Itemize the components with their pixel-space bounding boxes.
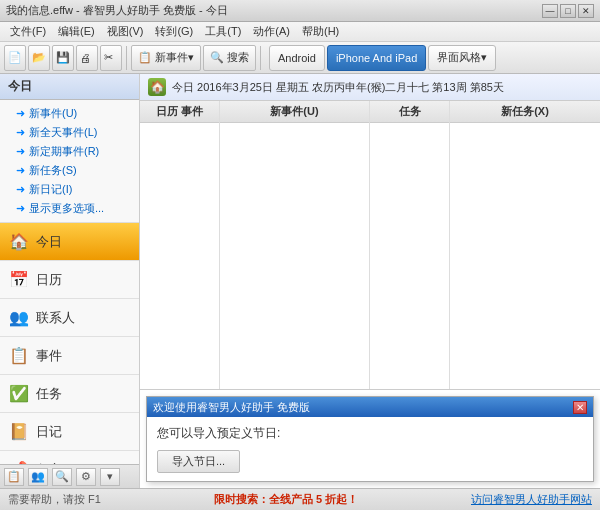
sidebar-header: 今日 bbox=[0, 74, 139, 100]
main-area: 今日 ➜ 新事件(U) ➜ 新全天事件(L) ➜ 新定期事件(R) ➜ 新任务(… bbox=[0, 74, 600, 488]
print-icon: 🖨 bbox=[80, 52, 91, 64]
arrow-icon-2: ➜ bbox=[16, 126, 25, 139]
arrow-icon-1: ➜ bbox=[16, 107, 25, 120]
dialog-title: 欢迎使用睿智男人好助手 免费版 bbox=[153, 400, 310, 415]
calendar-grid: 日历 事件 新事件(U) 任务 新任务(X) bbox=[140, 101, 600, 390]
sidebar: 今日 ➜ 新事件(U) ➜ 新全天事件(L) ➜ 新定期事件(R) ➜ 新任务(… bbox=[0, 74, 140, 488]
quick-more[interactable]: ➜ 显示更多选项... bbox=[0, 199, 139, 218]
website-link[interactable]: 访问睿智男人好助手网站 bbox=[471, 492, 592, 507]
arrow-icon-6: ➜ bbox=[16, 202, 25, 215]
menu-bar: 文件(F) 编辑(E) 视图(V) 转到(G) 工具(T) 动作(A) 帮助(H… bbox=[0, 22, 600, 42]
calendar-icon: 📅 bbox=[8, 269, 30, 291]
cal-body-diary bbox=[140, 123, 219, 283]
menu-goto[interactable]: 转到(G) bbox=[149, 22, 199, 41]
menu-edit[interactable]: 编辑(E) bbox=[52, 22, 101, 41]
toolbar: 📄 📂 💾 🖨 ✂ 📋 新事件▾ 🔍 搜索 Android iPhone And… bbox=[0, 42, 600, 74]
quick-new-task[interactable]: ➜ 新任务(S) bbox=[0, 161, 139, 180]
tool-copy-button[interactable]: 📋 bbox=[4, 468, 24, 486]
help-text: 需要帮助，请按 F1 bbox=[8, 492, 101, 507]
tab-iphone-ipad[interactable]: iPhone And iPad bbox=[327, 45, 426, 71]
promo-text: 限时搜索：全线产品 5 折起！ bbox=[214, 492, 358, 507]
content-header: 🏠 今日 2016年3月25日 星期五 农历丙申年(猴)二月十七 第13周 第8… bbox=[140, 74, 600, 101]
dialog-text: 您可以导入预定义节日: bbox=[157, 425, 583, 442]
tool-settings-button[interactable]: ⚙ bbox=[76, 468, 96, 486]
cal-body-tasks bbox=[370, 123, 449, 283]
device-tabs: Android iPhone And iPad 界面风格▾ bbox=[269, 45, 496, 71]
cal-body-events bbox=[220, 123, 369, 283]
new-event-button[interactable]: 📋 新事件▾ bbox=[131, 45, 201, 71]
sidebar-item-calendar[interactable]: 📅 日历 bbox=[0, 261, 139, 299]
sidebar-nav: 🏠 今日 📅 日历 👥 联系人 📋 事件 ✅ 任务 📔 日记 bbox=[0, 223, 139, 464]
quick-new-diary[interactable]: ➜ 新日记(I) bbox=[0, 180, 139, 199]
new-icon: 📄 bbox=[8, 51, 22, 64]
sidebar-tools: 📋 👥 🔍 ⚙ ▾ bbox=[0, 464, 139, 488]
import-holiday-button[interactable]: 导入节日... bbox=[157, 450, 240, 473]
dialog-body: 您可以导入预定义节日: 导入节日... bbox=[147, 417, 593, 481]
search-button[interactable]: 🔍 搜索 bbox=[203, 45, 256, 71]
cal-section-new-task: 新任务(X) bbox=[450, 101, 600, 389]
menu-action[interactable]: 动作(A) bbox=[247, 22, 296, 41]
cal-section-tasks: 任务 bbox=[370, 101, 450, 389]
cal-body-new-tasks bbox=[450, 123, 600, 283]
cal-section-new-event: 新事件(U) bbox=[220, 101, 370, 389]
cal-header-new-event[interactable]: 新事件(U) bbox=[220, 101, 369, 123]
quick-new-event[interactable]: ➜ 新事件(U) bbox=[0, 104, 139, 123]
title-bar: 我的信息.effw - 睿智男人好助手 免费版 - 今日 — □ ✕ bbox=[0, 0, 600, 22]
cal-header-diary: 日历 事件 bbox=[140, 101, 219, 123]
dialog-close-button[interactable]: ✕ bbox=[573, 401, 587, 414]
window-controls: — □ ✕ bbox=[542, 4, 594, 18]
today-icon: 🏠 bbox=[8, 231, 30, 253]
menu-help[interactable]: 帮助(H) bbox=[296, 22, 345, 41]
save-icon: 💾 bbox=[56, 51, 70, 64]
toolbar-icon-btn-3[interactable]: 💾 bbox=[52, 45, 74, 71]
toolbar-sep-2 bbox=[260, 46, 261, 70]
sidebar-item-tasks[interactable]: ✅ 任务 bbox=[0, 375, 139, 413]
tool-arrow-button[interactable]: ▾ bbox=[100, 468, 120, 486]
diary-icon: 📔 bbox=[8, 421, 30, 443]
contacts-icon: 👥 bbox=[8, 307, 30, 329]
dialog-title-bar: 欢迎使用睿智男人好助手 免费版 ✕ bbox=[147, 397, 593, 417]
sidebar-quick-items: ➜ 新事件(U) ➜ 新全天事件(L) ➜ 新定期事件(R) ➜ 新任务(S) … bbox=[0, 100, 139, 223]
menu-file[interactable]: 文件(F) bbox=[4, 22, 52, 41]
date-header: 今日 2016年3月25日 星期五 农历丙申年(猴)二月十七 第13周 第85天 bbox=[172, 80, 504, 95]
window-title: 我的信息.effw - 睿智男人好助手 免费版 - 今日 bbox=[6, 3, 228, 18]
quick-new-recurring[interactable]: ➜ 新定期事件(R) bbox=[0, 142, 139, 161]
arrow-icon-4: ➜ bbox=[16, 164, 25, 177]
cal-header-tasks: 任务 bbox=[370, 101, 449, 123]
sidebar-item-diary[interactable]: 📔 日记 bbox=[0, 413, 139, 451]
delete-icon: ✂ bbox=[104, 51, 113, 64]
today-header-icon: 🏠 bbox=[148, 78, 166, 96]
maximize-button[interactable]: □ bbox=[560, 4, 576, 18]
minimize-button[interactable]: — bbox=[542, 4, 558, 18]
content-area: 🏠 今日 2016年3月25日 星期五 农历丙申年(猴)二月十七 第13周 第8… bbox=[140, 74, 600, 488]
tool-search-button[interactable]: 🔍 bbox=[52, 468, 72, 486]
tab-android[interactable]: Android bbox=[269, 45, 325, 71]
toolbar-icon-btn-1[interactable]: 📄 bbox=[4, 45, 26, 71]
sidebar-item-contacts[interactable]: 👥 联系人 bbox=[0, 299, 139, 337]
cal-section-diary: 日历 事件 bbox=[140, 101, 220, 389]
toolbar-icon-btn-2[interactable]: 📂 bbox=[28, 45, 50, 71]
menu-view[interactable]: 视图(V) bbox=[101, 22, 150, 41]
tasks-icon: ✅ bbox=[8, 383, 30, 405]
sidebar-item-events[interactable]: 📋 事件 bbox=[0, 337, 139, 375]
welcome-dialog: 欢迎使用睿智男人好助手 免费版 ✕ 您可以导入预定义节日: 导入节日... bbox=[146, 396, 594, 482]
arrow-icon-5: ➜ bbox=[16, 183, 25, 196]
search-icon: 🔍 bbox=[210, 51, 224, 64]
toolbar-icon-btn-4[interactable]: 🖨 bbox=[76, 45, 98, 71]
menu-tools[interactable]: 工具(T) bbox=[199, 22, 247, 41]
sidebar-item-memo[interactable]: 📌 备忘 bbox=[0, 451, 139, 464]
new-event-icon: 📋 bbox=[138, 51, 152, 64]
tool-people-button[interactable]: 👥 bbox=[28, 468, 48, 486]
cal-header-new-task[interactable]: 新任务(X) bbox=[450, 101, 600, 123]
quick-new-allday[interactable]: ➜ 新全天事件(L) bbox=[0, 123, 139, 142]
arrow-icon-3: ➜ bbox=[16, 145, 25, 158]
sidebar-item-today[interactable]: 🏠 今日 bbox=[0, 223, 139, 261]
tab-theme[interactable]: 界面风格▾ bbox=[428, 45, 496, 71]
events-icon: 📋 bbox=[8, 345, 30, 367]
toolbar-sep-1 bbox=[126, 46, 127, 70]
close-button[interactable]: ✕ bbox=[578, 4, 594, 18]
status-bar: 需要帮助，请按 F1 限时搜索：全线产品 5 折起！ 访问睿智男人好助手网站 bbox=[0, 488, 600, 510]
toolbar-icon-btn-5[interactable]: ✂ bbox=[100, 45, 122, 71]
open-icon: 📂 bbox=[32, 51, 46, 64]
